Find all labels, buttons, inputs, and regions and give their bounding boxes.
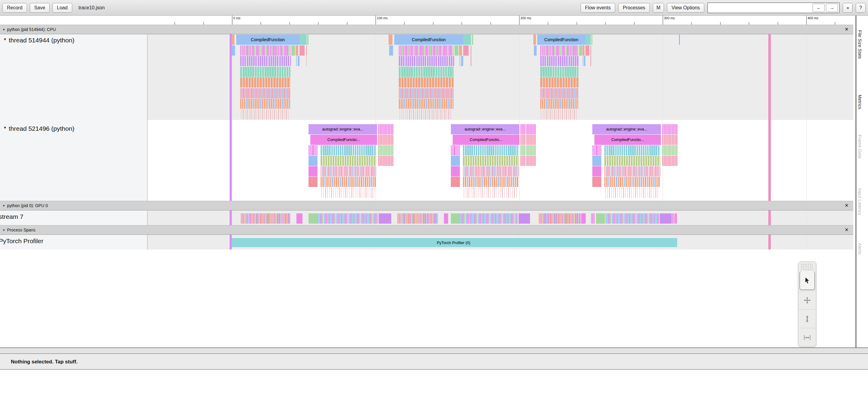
trace-event[interactable] [306, 45, 307, 56]
trace-event[interactable] [240, 88, 290, 98]
collapse-triangle-icon[interactable]: ▾ [3, 204, 5, 208]
trace-event[interactable] [241, 213, 290, 224]
trace-event[interactable] [606, 213, 659, 224]
trace-event[interactable] [592, 145, 601, 156]
trace-event[interactable] [520, 145, 536, 156]
trace-event[interactable] [591, 213, 595, 224]
trace-event[interactable] [679, 35, 680, 45]
trace-event[interactable] [662, 145, 678, 156]
trace-event[interactable] [592, 166, 601, 176]
track-pytorch-profiler[interactable]: PyTorch Profiler (0) PyTorch Profiler [0, 235, 853, 249]
trace-event[interactable] [464, 187, 518, 198]
trace-event[interactable] [451, 156, 460, 166]
trace-event[interactable] [399, 45, 454, 56]
trace-event[interactable] [379, 213, 392, 224]
trace-event[interactable] [768, 34, 771, 120]
trace-event[interactable] [241, 109, 289, 119]
trace-event-labeled[interactable]: CompiledFunctio... [594, 135, 661, 145]
trace-event[interactable] [590, 45, 591, 56]
trace-event[interactable] [541, 109, 577, 119]
trace-event[interactable] [320, 156, 376, 166]
trace-event[interactable] [451, 177, 460, 187]
trace-event[interactable] [596, 213, 605, 224]
trace-event[interactable] [320, 145, 376, 156]
trace-event[interactable] [309, 166, 317, 176]
trace-event[interactable] [540, 88, 579, 98]
trace-event[interactable] [320, 166, 376, 176]
trace-event[interactable] [321, 187, 375, 198]
trace-event[interactable] [296, 45, 298, 56]
trace-event[interactable] [582, 45, 585, 56]
trace-event[interactable] [768, 120, 771, 201]
trace-event[interactable] [444, 213, 448, 224]
trace-event[interactable] [230, 120, 232, 201]
trace-event[interactable] [378, 135, 394, 145]
close-icon[interactable]: ✕ [842, 25, 851, 34]
trace-event[interactable] [399, 88, 454, 98]
trace-event[interactable] [662, 135, 678, 145]
trace-event[interactable] [459, 45, 462, 56]
trace-event[interactable] [461, 56, 463, 66]
trace-event[interactable] [660, 213, 671, 224]
search-input[interactable] [708, 3, 811, 12]
trace-event[interactable] [309, 156, 317, 166]
trace-event[interactable] [592, 156, 601, 166]
trace-event[interactable] [240, 99, 290, 109]
trace-event[interactable] [309, 177, 317, 187]
trace-event[interactable] [463, 145, 519, 156]
trace-event[interactable] [240, 56, 291, 66]
trace-event[interactable] [534, 45, 537, 56]
trace-event[interactable] [604, 156, 660, 166]
analysis-splitter[interactable] [0, 348, 868, 354]
trace-event[interactable] [605, 187, 659, 198]
trace-event[interactable] [399, 99, 454, 109]
trace-event[interactable] [520, 135, 536, 145]
find-next-button[interactable]: → [826, 4, 838, 12]
process-header-spans[interactable]: ▾ Process Spans ✕ [0, 225, 853, 235]
trace-event[interactable] [389, 45, 393, 56]
trace-event[interactable] [604, 145, 660, 156]
trace-event[interactable] [378, 145, 394, 156]
selection-tool-button[interactable] [799, 271, 815, 290]
trace-event[interactable] [307, 35, 309, 45]
track-thread-514944[interactable]: CompiledFunctionCompiledFunctionCompiled… [0, 34, 853, 120]
trace-event[interactable] [463, 166, 519, 176]
zoom-tool-button[interactable] [799, 309, 816, 328]
trace-event[interactable] [662, 124, 678, 134]
trace-event[interactable] [296, 56, 297, 66]
metadata-button[interactable]: M [653, 3, 664, 13]
trace-event[interactable] [590, 56, 591, 66]
trace-event[interactable] [309, 145, 317, 156]
trace-event[interactable] [591, 35, 592, 45]
trace-event[interactable] [585, 35, 591, 45]
more-tools-button[interactable]: » [843, 3, 852, 13]
trace-event[interactable] [520, 156, 536, 166]
timing-tool-button[interactable] [799, 328, 816, 346]
help-button[interactable]: ? [856, 3, 866, 13]
trace-event[interactable] [291, 45, 295, 56]
trace-event[interactable] [585, 45, 589, 56]
trace-event-labeled[interactable]: autograd::engine::eva... [309, 124, 377, 134]
trace-event[interactable] [604, 177, 660, 187]
trace-event[interactable] [540, 77, 579, 88]
trace-event-labeled[interactable]: CompiledFunction [394, 35, 463, 45]
pan-tool-button[interactable] [799, 291, 816, 309]
trace-event[interactable] [300, 45, 305, 56]
track-label-thread-514944[interactable]: ▾ thread 514944 (python) [0, 34, 148, 120]
trace-event[interactable] [451, 145, 460, 156]
trace-event[interactable] [320, 177, 376, 187]
collapse-triangle-icon[interactable]: ▾ [4, 37, 6, 41]
trace-event[interactable] [519, 213, 530, 224]
trace-event-labeled[interactable]: autograd::engine::eva... [592, 124, 661, 134]
trace-event[interactable] [581, 213, 586, 224]
trace-event[interactable] [471, 45, 472, 56]
trace-event[interactable] [584, 56, 585, 66]
trace-event[interactable] [540, 67, 579, 77]
trace-event[interactable] [378, 124, 394, 134]
tab-file-size-stats[interactable]: File Size Stats [858, 30, 863, 59]
trace-event[interactable] [471, 56, 471, 66]
view-options-button[interactable]: View Options [667, 3, 704, 13]
trace-event-labeled[interactable]: autograd::engine::eva... [451, 124, 520, 134]
flow-events-button[interactable]: Flow events [581, 3, 615, 13]
trace-event[interactable] [460, 56, 461, 66]
